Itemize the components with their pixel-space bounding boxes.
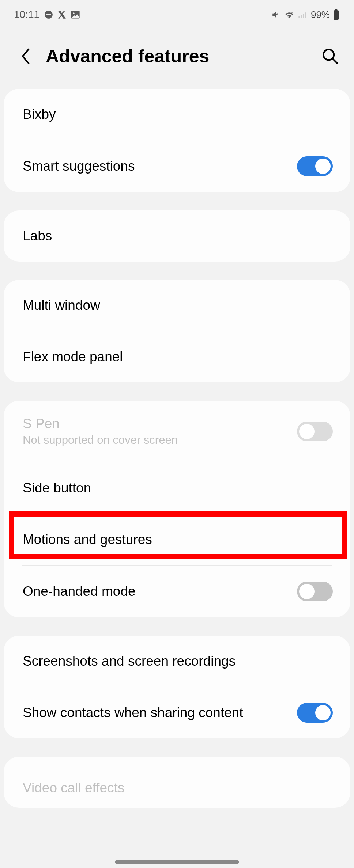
one-handed-mode-label: One-handed mode	[23, 584, 289, 599]
status-notification-icons	[44, 9, 80, 20]
svg-rect-1	[46, 14, 51, 15]
picture-icon	[70, 9, 80, 20]
smart-suggestions-row[interactable]: Smart suggestions	[4, 140, 350, 192]
svg-rect-10	[334, 10, 339, 20]
signal-icon	[298, 10, 308, 19]
settings-group-2: Labs	[4, 210, 350, 262]
svg-text:6: 6	[291, 11, 293, 15]
svg-line-12	[333, 59, 337, 63]
smart-suggestions-label: Smart suggestions	[23, 159, 289, 174]
video-call-effects-label: Video call effects	[23, 780, 333, 796]
video-call-effects-row[interactable]: Video call effects	[4, 757, 350, 808]
show-contacts-sharing-row[interactable]: Show contacts when sharing content	[4, 687, 350, 738]
dnd-icon	[44, 10, 53, 19]
screenshots-recordings-row[interactable]: Screenshots and screen recordings	[4, 636, 350, 687]
side-button-label: Side button	[23, 480, 333, 496]
header: Advanced features	[0, 29, 354, 89]
s-pen-toggle	[297, 422, 333, 441]
svg-rect-6	[301, 15, 302, 18]
s-pen-row: S Pen Not supported on cover screen	[4, 401, 350, 462]
bixby-row[interactable]: Bixby	[4, 89, 350, 140]
status-bar: 10:11 6 99%	[0, 0, 354, 29]
bixby-label: Bixby	[23, 107, 333, 122]
status-right: 6 99%	[271, 9, 339, 20]
settings-group-4: S Pen Not supported on cover screen Side…	[4, 401, 350, 617]
labs-label: Labs	[23, 228, 333, 244]
multi-window-label: Multi window	[23, 298, 333, 313]
toggle-separator	[289, 581, 289, 602]
x-icon	[57, 10, 67, 19]
multi-window-row[interactable]: Multi window	[4, 280, 350, 331]
search-button[interactable]	[321, 47, 339, 65]
toggle-separator	[289, 421, 289, 442]
battery-percentage: 99%	[311, 9, 330, 20]
svg-rect-8	[305, 12, 306, 18]
smart-suggestions-toggle[interactable]	[297, 156, 333, 176]
toggle-separator	[289, 156, 289, 177]
settings-group-3: Multi window Flex mode panel	[4, 280, 350, 382]
one-handed-mode-row[interactable]: One-handed mode	[4, 566, 350, 617]
battery-icon	[333, 9, 339, 20]
settings-group-5: Screenshots and screen recordings Show c…	[4, 636, 350, 738]
flex-mode-panel-row[interactable]: Flex mode panel	[4, 331, 350, 382]
show-contacts-sharing-toggle[interactable]	[297, 703, 333, 723]
svg-point-3	[73, 12, 75, 14]
page-title: Advanced features	[46, 46, 308, 67]
motions-gestures-row[interactable]: Motions and gestures	[4, 514, 350, 565]
mute-icon	[271, 10, 281, 19]
wifi-icon: 6	[284, 10, 295, 19]
home-indicator[interactable]	[115, 860, 239, 864]
s-pen-label: S Pen	[23, 416, 289, 431]
svg-rect-5	[298, 16, 300, 18]
show-contacts-sharing-label: Show contacts when sharing content	[23, 705, 290, 720]
status-time: 10:11	[14, 9, 39, 20]
labs-row[interactable]: Labs	[4, 210, 350, 262]
settings-group-1: Bixby Smart suggestions	[4, 89, 350, 192]
screenshots-recordings-label: Screenshots and screen recordings	[23, 654, 333, 669]
status-left: 10:11	[14, 9, 80, 20]
s-pen-subtitle: Not supported on cover screen	[23, 434, 289, 447]
side-button-row[interactable]: Side button	[4, 462, 350, 514]
svg-rect-7	[303, 14, 304, 18]
flex-mode-panel-label: Flex mode panel	[23, 349, 333, 365]
motions-gestures-label: Motions and gestures	[23, 532, 333, 547]
back-button[interactable]	[18, 49, 33, 64]
one-handed-mode-toggle[interactable]	[297, 582, 333, 601]
settings-group-6: Video call effects	[4, 757, 350, 808]
